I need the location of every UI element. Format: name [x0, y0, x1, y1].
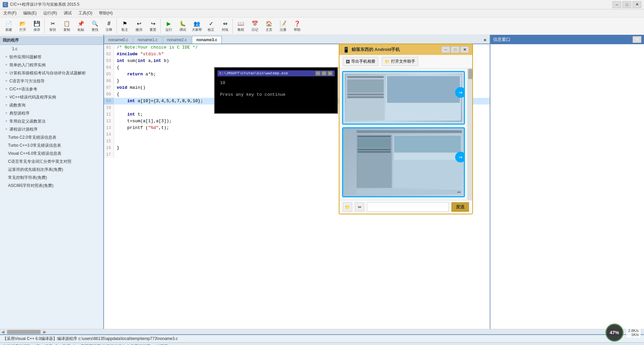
sidebar-item-vocab[interactable]: C语言常见专业词汇分类中英文对照	[0, 157, 103, 165]
console-maximize[interactable]: □	[321, 71, 327, 76]
sidebar-item-course[interactable]: + 课程设计源程序	[0, 125, 103, 133]
sidebar-item-ascii[interactable]: ASCII码字符对照表(免费)	[0, 182, 103, 190]
sidebar: 我的程序 📄 1.c + 软件应用问题解答 + 简单的入门程序实例 + 计算机等…	[0, 35, 104, 329]
undo-button[interactable]: ↩ 撤消	[132, 19, 146, 33]
find-button[interactable]: 🔍 查找	[88, 19, 102, 33]
expand-icon-3: +	[5, 70, 9, 76]
expand-icon-5: +	[5, 86, 9, 92]
sidebar-item-turbo3[interactable]: Turbo C++3.0常见错误信息表	[0, 141, 103, 149]
sidebar-item-clang[interactable]: + C语言学习方法指导	[0, 77, 103, 85]
expand-icon-1: +	[5, 54, 9, 60]
paste-label: 粘贴	[77, 27, 84, 32]
compare-label: 对练	[222, 27, 228, 32]
android-toolbar: 🖼 导出手机相册 📁 打开文件助手	[339, 55, 472, 68]
tutorial-icon: 📖	[237, 20, 245, 27]
android-send-button[interactable]: 发送	[451, 202, 469, 212]
copy-button[interactable]: 📋 复制	[60, 19, 73, 33]
android-scroll-thumb[interactable]	[468, 69, 472, 79]
help-group-button[interactable]: 👥 大家帮	[190, 19, 204, 33]
android-message-input[interactable]	[367, 202, 449, 212]
cancel-icon: ⚑	[121, 20, 129, 27]
help-icon: ❓	[293, 20, 301, 27]
tab-noname1[interactable]: noname1.c	[133, 36, 162, 44]
help-button[interactable]: ❓ 帮助	[290, 19, 304, 33]
run-button[interactable]: ▶ 运行	[162, 19, 175, 33]
info-panel-title: 信息窗口	[493, 37, 511, 43]
sidebar-header: 我的程序	[0, 36, 103, 45]
sidebar-item-intro[interactable]: + 简单的入门程序实例	[0, 61, 103, 69]
sidebar-item-control-chars[interactable]: 常见控制字符表(免费)	[0, 174, 103, 182]
console-close[interactable]: ✕	[327, 71, 333, 76]
check-button[interactable]: ✓ 校正	[204, 19, 218, 33]
run-label: 运行	[165, 27, 172, 32]
paste-button[interactable]: 📌 粘贴	[74, 19, 88, 33]
tutorial-button[interactable]: 📖 教程	[234, 19, 248, 33]
folder-icon: 📁	[385, 59, 390, 64]
sidebar-item-exam[interactable]: + 计算机等级模拟考试与自动评分及试题解析	[0, 69, 103, 77]
compare-button[interactable]: ⇔ 对练	[218, 19, 232, 33]
export-album-button[interactable]: 🖼 导出手机相册	[343, 57, 378, 66]
info-panel-close[interactable]: ✕	[633, 36, 641, 43]
sidebar-item-software[interactable]: + 软件应用问题解答	[0, 53, 103, 61]
find-icon: 🔍	[91, 20, 99, 27]
register-button[interactable]: 📝 注册	[276, 19, 290, 33]
menu-run[interactable]: 运行(R)	[41, 10, 59, 17]
scissors-button[interactable]: ✂	[355, 202, 364, 212]
home-button[interactable]: 🏠 主页	[262, 19, 276, 33]
screenshot-card-1[interactable]: ⇒	[342, 71, 465, 125]
console-minimize[interactable]: ─	[315, 71, 321, 76]
sidebar-item-operators[interactable]: 运算符的优先级别次序表(免费)	[0, 165, 103, 174]
sidebar-item-file1[interactable]: 📄 1.c	[0, 45, 103, 53]
android-close[interactable]: ✕	[460, 46, 469, 53]
tab-noname3[interactable]: noname3.c	[192, 36, 222, 44]
open-icon: 📂	[19, 20, 27, 27]
menu-tools[interactable]: 工具(O)	[76, 10, 94, 17]
android-minimize[interactable]: ─	[441, 46, 450, 53]
menu-debug[interactable]: 调试	[62, 10, 74, 17]
android-maximize[interactable]: □	[451, 46, 460, 53]
menu-file[interactable]: 文件(F)	[1, 10, 18, 17]
sidebar-item-vc-errors[interactable]: + VC++错误代码及程序实例	[0, 93, 103, 101]
tab-noname2[interactable]: noname2.c	[163, 36, 191, 44]
sidebar-item-algorithms[interactable]: + 常用自定义函数算法	[0, 117, 103, 125]
screenshot-card-2[interactable]: 👤	[342, 127, 465, 197]
expand-icon-8: +	[5, 110, 9, 117]
maximize-button[interactable]: □	[623, 1, 631, 8]
diary-button[interactable]: 📅 日记	[248, 19, 262, 33]
sidebar-item-vc6[interactable]: Visual C++6.0常见错误信息表	[0, 149, 103, 157]
open-button[interactable]: 📂 打开	[16, 19, 30, 33]
sidebar-item-syntax[interactable]: + C/C++语法参考	[0, 85, 103, 93]
open-files-button[interactable]: 📁 打开文件助手	[382, 57, 418, 66]
debug-button[interactable]: 🐛 调试	[176, 19, 190, 33]
tutorial-label: 教程	[237, 27, 244, 32]
hscroll-thumb[interactable]	[7, 330, 41, 334]
sidebar-item-turbo2[interactable]: Turbo C2.0常见错误信息表	[0, 133, 103, 141]
compare-icon: ⇔	[221, 20, 229, 27]
expand-icon-2: +	[5, 62, 9, 68]
sidebar-item-functions[interactable]: + 函数查询	[0, 101, 103, 109]
menu-help[interactable]: 帮助(H)	[97, 10, 115, 17]
tab-close-button[interactable]: ✕	[482, 37, 488, 44]
console-title-bar: C:\JMSOFT\CYuYan\bin\wwtemp.exe ─ □ ✕	[217, 70, 335, 76]
sidebar-item-programs[interactable]: + 典型源程序	[0, 109, 103, 117]
android-title-text: 鲸落东西的 Android手机	[352, 47, 400, 53]
menu-edit[interactable]: 编辑(E)	[21, 10, 39, 17]
tab-noname0[interactable]: noname0.c	[104, 36, 132, 44]
close-button[interactable]: ✕	[633, 1, 641, 8]
comment-button[interactable]: // 注释	[102, 19, 116, 33]
undo-label: 撤消	[136, 27, 142, 32]
open-label: 打开	[19, 27, 26, 32]
save-button[interactable]: 💾 保存	[30, 19, 44, 33]
status-author: 钟家民	[156, 344, 168, 345]
cut-button[interactable]: ✂ 剪切	[46, 19, 59, 33]
cpu-widget: 47%	[605, 324, 624, 342]
new-button[interactable]: 📄 新建	[2, 19, 15, 33]
minimize-button[interactable]: ─	[612, 1, 621, 8]
info-panel-header: 信息窗口 ✕	[490, 35, 644, 44]
cancel-button[interactable]: ⚑ 取主	[118, 19, 131, 33]
file-attach-button[interactable]: 📁	[343, 202, 352, 212]
status-bar: 当前程序总行数：17 行号=6 列号=1 安阳工学院-计算机科学与信息工程学院 …	[0, 342, 644, 345]
android-scrollbar[interactable]	[468, 68, 472, 200]
right-info-panel: 信息窗口 ✕	[490, 35, 644, 329]
redo-button[interactable]: ↪ 重置	[146, 19, 160, 33]
